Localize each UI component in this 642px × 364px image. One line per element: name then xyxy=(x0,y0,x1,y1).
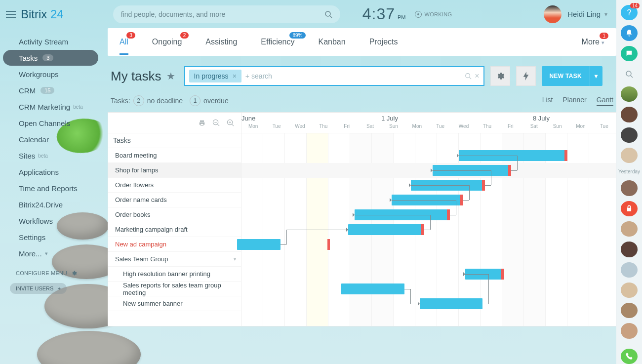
call-button[interactable] xyxy=(621,349,638,364)
task-filter[interactable]: In progress× × xyxy=(184,66,484,86)
gantt-bar[interactable] xyxy=(341,283,404,294)
logo[interactable]: Bitrix 24 xyxy=(21,7,64,21)
gantt-task-row[interactable]: High resolution banner printing xyxy=(108,267,241,282)
tab[interactable]: Projects xyxy=(369,29,398,55)
user-menu[interactable]: Heidi Ling ▾ xyxy=(544,5,607,23)
contact-avatar[interactable] xyxy=(621,148,638,163)
top-header: Bitrix 24 4:37PM WORKING Heidi Ling ▾ xyxy=(0,0,616,28)
sidebar-item[interactable]: Settings xyxy=(3,229,98,245)
contact-avatar[interactable] xyxy=(621,262,638,278)
help-button[interactable]: ?14 xyxy=(621,5,638,20)
settings-button[interactable] xyxy=(490,66,510,86)
overdue-count[interactable]: 1 xyxy=(190,95,201,106)
search-input[interactable] xyxy=(121,10,324,18)
gear-icon xyxy=(71,270,77,276)
sidebar-item[interactable]: Calendar xyxy=(3,131,98,147)
sidebar-item[interactable]: Time and Reports xyxy=(3,180,98,196)
automation-button[interactable] xyxy=(516,66,536,86)
avatar xyxy=(544,5,562,23)
record-icon xyxy=(415,11,422,18)
chat-button[interactable] xyxy=(621,46,638,61)
sidebar-item[interactable]: Sitesbeta xyxy=(3,148,98,163)
invite-users[interactable]: INVITE USERS+ xyxy=(10,283,67,294)
page-title: My tasks xyxy=(111,69,161,84)
star-icon[interactable]: ★ xyxy=(166,70,175,82)
gantt-task-row[interactable]: Order flowers xyxy=(108,178,241,193)
no-deadline-count[interactable]: 2 xyxy=(133,95,144,106)
sidebar-item[interactable]: Open Channels xyxy=(3,115,98,131)
search-icon[interactable] xyxy=(465,73,472,80)
lock-button[interactable] xyxy=(621,201,638,216)
sidebar-item[interactable]: Activity Stream xyxy=(3,34,98,49)
view-gantt[interactable]: Gantt xyxy=(597,96,613,106)
gantt-task-row[interactable]: Order name cards xyxy=(108,193,241,207)
clock: 4:37PM xyxy=(362,5,406,23)
zoom-in-icon[interactable] xyxy=(227,119,234,126)
gantt-task-row[interactable]: New ad campaign xyxy=(108,237,241,252)
sidebar-item[interactable]: CRM Marketingbeta xyxy=(3,99,98,115)
gantt-bar[interactable] xyxy=(237,239,281,250)
sidebar-item[interactable]: Workgroups xyxy=(3,66,98,82)
contact-avatar[interactable] xyxy=(621,86,638,102)
view-switcher: List Planner Gantt xyxy=(542,96,613,106)
view-list[interactable]: List xyxy=(542,96,553,106)
menu-icon[interactable] xyxy=(6,11,16,18)
gantt-task-row[interactable]: Shop for lamps xyxy=(108,163,241,178)
gantt-task-row[interactable]: New summer banner xyxy=(108,296,241,311)
contact-avatar[interactable] xyxy=(621,127,638,143)
new-task-dropdown[interactable]: ▾ xyxy=(590,66,602,86)
sidebar-item[interactable]: CRM15 xyxy=(3,82,98,98)
sidebar-item[interactable]: Applications xyxy=(3,164,98,180)
contact-avatar[interactable] xyxy=(621,323,638,338)
sidebar-item[interactable]: Workflows xyxy=(3,213,98,229)
print-icon[interactable] xyxy=(199,120,205,126)
zoom-out-icon[interactable] xyxy=(212,119,220,126)
gantt-chart: June1 July8 JulyMonTueWedThuFriSatSunMon… xyxy=(108,112,616,326)
sidebar-item[interactable]: Bitrix24.Drive xyxy=(3,197,98,212)
remove-chip-icon[interactable]: × xyxy=(233,72,237,80)
filter-input[interactable] xyxy=(245,72,462,80)
bolt-icon xyxy=(522,72,529,81)
filter-chip[interactable]: In progress× xyxy=(189,70,241,82)
svg-line-12 xyxy=(631,76,633,78)
tab[interactable]: Efficiency89% xyxy=(261,29,294,55)
user-name: Heidi Ling xyxy=(567,10,601,18)
contact-avatar[interactable] xyxy=(621,221,638,237)
clear-filter-icon[interactable]: × xyxy=(475,72,479,81)
task-tabs: All3Ongoing2AssistingEfficiency89%Kanban… xyxy=(108,28,616,56)
gantt-task-row[interactable]: Board meeting xyxy=(108,148,241,163)
status-row: Tasks: 2 no deadline 1 overdue List Plan… xyxy=(111,95,613,106)
rail-search-button[interactable] xyxy=(621,66,638,81)
configure-menu[interactable]: CONFIGURE MENU xyxy=(16,270,101,276)
sidebar-item[interactable]: More...▾ xyxy=(3,245,98,261)
tab[interactable]: Assisting xyxy=(205,29,237,55)
contact-avatar[interactable] xyxy=(621,303,638,318)
gantt-bar[interactable] xyxy=(348,224,424,235)
notifications-button[interactable] xyxy=(621,25,638,40)
phone-icon xyxy=(625,352,633,360)
gantt-grid[interactable] xyxy=(241,133,616,326)
tab[interactable]: Kanban xyxy=(319,29,346,55)
contact-avatar[interactable] xyxy=(621,180,638,196)
contact-avatar[interactable] xyxy=(621,242,638,257)
left-sidebar: Activity StreamTasks3WorkgroupsCRM15CRM … xyxy=(0,28,101,364)
view-planner[interactable]: Planner xyxy=(562,96,586,106)
gear-icon xyxy=(496,72,505,81)
chevron-down-icon: ▾ xyxy=(604,11,607,18)
bell-icon xyxy=(625,29,633,37)
gantt-task-row[interactable]: Marketing campaign draft xyxy=(108,222,241,237)
gantt-task-row[interactable]: Sales reports for sales team group meeti… xyxy=(108,282,241,296)
search-icon xyxy=(625,70,633,78)
contact-avatar[interactable] xyxy=(621,107,638,122)
tab[interactable]: Ongoing2 xyxy=(152,29,182,55)
global-search[interactable] xyxy=(113,5,340,23)
sidebar-item[interactable]: Tasks3 xyxy=(3,50,98,66)
gantt-task-row[interactable]: Order books xyxy=(108,207,241,222)
work-status[interactable]: WORKING xyxy=(415,11,452,18)
gantt-bar[interactable] xyxy=(420,298,483,309)
gantt-task-row[interactable]: Sales Team Group xyxy=(108,252,241,267)
contact-avatar[interactable] xyxy=(621,283,638,298)
new-task-button[interactable]: NEW TASK ▾ xyxy=(542,66,603,86)
tab[interactable]: All3 xyxy=(120,29,128,55)
tabs-more[interactable]: More1 xyxy=(582,38,604,46)
